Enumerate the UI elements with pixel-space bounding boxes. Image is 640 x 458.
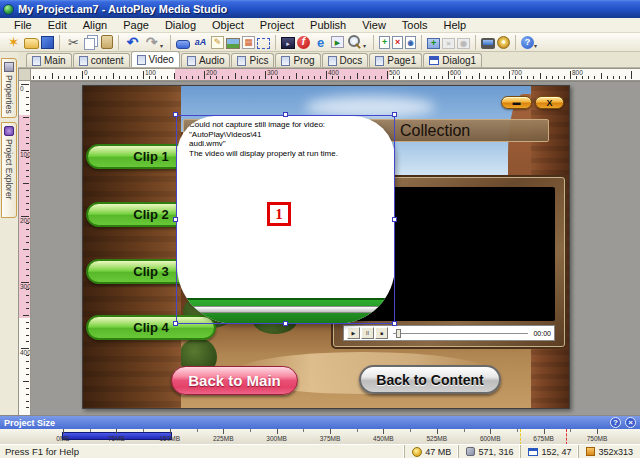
back-to-main-button[interactable]: Back to Main	[171, 366, 298, 395]
paste-icon[interactable]	[101, 35, 113, 49]
add-page-icon[interactable]: +	[379, 36, 390, 49]
project-size-scale: 0MB75MB150MB225MB300MB375MB450MB525MB600…	[0, 429, 640, 445]
menu-dialog[interactable]: Dialog	[157, 18, 204, 32]
video-object-icon[interactable]: ▸	[281, 37, 295, 49]
scale-label: 150MB	[159, 435, 180, 442]
toolbar-separator	[475, 35, 476, 50]
menu-page[interactable]: Page	[115, 18, 157, 32]
pause-button[interactable]: II	[361, 327, 374, 339]
video-popup-object[interactable]: Could not capture still image for video:…	[177, 116, 395, 324]
ruler-tick	[26, 104, 29, 105]
menu-tools[interactable]: Tools	[394, 18, 436, 32]
ruler-tick	[26, 262, 29, 263]
help-icon[interactable]: ?	[521, 36, 534, 49]
menu-publish[interactable]: Publish	[302, 18, 354, 32]
hotspot-object-icon[interactable]	[257, 38, 270, 49]
menu-file[interactable]: File	[6, 18, 40, 32]
seek-thumb[interactable]	[396, 329, 401, 338]
redo-dropdown-icon[interactable]: ▾	[160, 42, 163, 49]
preview-application-icon[interactable]	[481, 38, 495, 49]
dock-tab-project-explorer[interactable]: Project Explorer	[1, 122, 17, 218]
ruler-tick	[70, 76, 71, 79]
selection-handle[interactable]	[283, 112, 288, 117]
back-to-content-label: Back to Content	[376, 372, 483, 388]
paragraph-object-icon[interactable]: ✎	[211, 36, 224, 49]
panel-close-button[interactable]: ×	[625, 417, 636, 428]
tab-page1[interactable]: Page1	[369, 53, 422, 67]
build-project-icon[interactable]	[497, 36, 510, 49]
seek-slider[interactable]	[393, 329, 528, 338]
application-window: My Project.am7 - AutoPlay Media Studio F…	[0, 0, 640, 458]
page-icon	[187, 56, 196, 66]
tab-video[interactable]: Video	[131, 51, 180, 67]
web-object-icon[interactable]: e	[312, 34, 329, 50]
ruler-tick	[26, 361, 29, 362]
play-button[interactable]: ▶	[347, 327, 360, 339]
dock-tab-properties[interactable]: Properties	[1, 58, 17, 118]
cut-icon[interactable]: ✂	[65, 34, 82, 50]
zoom-tool-dropdown-icon[interactable]: ▾	[363, 42, 366, 49]
minimize-button[interactable]: ▬	[501, 96, 532, 109]
slideshow-object-icon[interactable]: ▶	[331, 36, 344, 48]
remove-dialog-icon[interactable]: ×	[442, 38, 455, 49]
save-project-icon[interactable]	[41, 36, 54, 49]
selection-handle[interactable]	[392, 112, 397, 117]
image-object-icon[interactable]	[226, 38, 240, 49]
menu-align[interactable]: Align	[75, 18, 115, 32]
flash-object-icon[interactable]: f	[297, 36, 310, 49]
back-to-content-button[interactable]: Back to Content	[359, 365, 501, 394]
tab-docs[interactable]: Docs	[322, 53, 369, 67]
copy-icon[interactable]	[84, 38, 95, 50]
time-display: 00:00	[533, 330, 551, 337]
title-bar[interactable]: My Project.am7 - AutoPlay Media Studio	[0, 0, 640, 18]
menu-project[interactable]: Project	[252, 18, 302, 32]
tab-audio[interactable]: Audio	[181, 53, 231, 67]
help-dropdown-icon[interactable]: ▾	[534, 42, 537, 49]
tab-main[interactable]: Main	[26, 53, 72, 67]
ruler-tick	[338, 76, 339, 79]
selection-handle[interactable]	[173, 217, 178, 222]
preview-dialog-icon[interactable]: ◉	[457, 38, 470, 49]
add-dialog-icon[interactable]: +	[427, 38, 440, 49]
ruler-label: 300	[267, 69, 278, 76]
selection-handle[interactable]	[392, 321, 397, 326]
open-project-icon[interactable]	[24, 38, 39, 49]
menu-help[interactable]: Help	[436, 18, 475, 32]
ruler-tick	[540, 73, 541, 79]
ruler-tick	[113, 73, 114, 79]
ruler-tick	[26, 302, 29, 303]
preview-page-icon[interactable]: ◉	[405, 36, 416, 49]
undo-icon[interactable]: ↶	[124, 34, 141, 50]
ruler-tick	[26, 388, 29, 389]
selection-handle[interactable]	[173, 321, 178, 326]
menu-edit[interactable]: Edit	[40, 18, 75, 32]
clip-button-4[interactable]: Clip 4	[86, 315, 216, 340]
richtext-object-icon[interactable]: ▦	[242, 36, 255, 49]
ruler-tick	[26, 401, 29, 402]
zoom-tool-icon[interactable]	[346, 34, 363, 50]
new-project-wizard-icon[interactable]: ✶	[5, 34, 22, 50]
tab-content[interactable]: content	[73, 53, 130, 67]
menu-object[interactable]: Object	[204, 18, 252, 32]
page-canvas[interactable]: Collection ▬ X Clip 1Clip 2Clip 3Clip 4 …	[82, 85, 570, 409]
label-object-icon[interactable]: aA	[192, 34, 209, 50]
tab-pics[interactable]: Pics	[231, 53, 274, 67]
ruler-tick	[576, 76, 577, 79]
selection-handle[interactable]	[173, 112, 178, 117]
tab-dialog1[interactable]: Dialog1	[423, 53, 482, 67]
selection-handle[interactable]	[392, 217, 397, 222]
selection-handle[interactable]	[283, 321, 288, 326]
panel-help-button[interactable]: ?	[610, 417, 621, 428]
remove-page-icon[interactable]: ×	[392, 36, 403, 49]
stop-button[interactable]: ■	[375, 327, 388, 339]
tab-label: Docs	[340, 55, 363, 66]
menu-view[interactable]: View	[354, 18, 394, 32]
button-object-icon[interactable]	[176, 40, 190, 49]
ruler-tick	[39, 76, 40, 79]
ruler-tick	[509, 71, 510, 79]
panel-title-bar[interactable]: Project Size ? ×	[0, 416, 640, 429]
redo-icon[interactable]: ↷	[143, 34, 160, 50]
scale-tick	[223, 429, 224, 434]
close-button[interactable]: X	[535, 96, 564, 109]
tab-prog[interactable]: Prog	[275, 53, 320, 67]
